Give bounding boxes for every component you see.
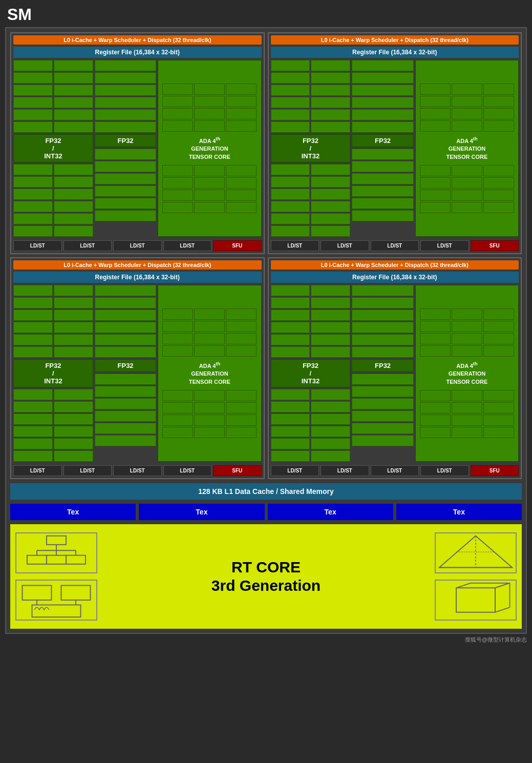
outer-container: L0 i-Cache + Warp Scheduler + Dispatch (… — [5, 27, 527, 634]
register-file-bar-br: Register File (16,384 x 32-bit) — [271, 272, 519, 283]
tensor-col-tr: ADA 4thGENERATIONTENSOR CORE — [415, 60, 519, 237]
fp32-label-br: FP32 — [352, 359, 413, 372]
ldst4-tr: LD/ST — [420, 240, 469, 251]
ldst-sfu-row-tl: LD/ST LD/ST LD/ST LD/ST SFU — [13, 240, 262, 251]
fp32-col-bl: FP32 — [95, 285, 156, 462]
svg-rect-11 — [32, 605, 81, 617]
box-diagram-icon — [435, 580, 517, 621]
tensor-col-br: ADA 4thGENERATIONTENSOR CORE — [415, 285, 519, 462]
fp32-label-bl: FP32 — [95, 359, 156, 372]
svg-line-21 — [495, 583, 510, 588]
l1-cache-bar: 128 KB L1 Data Cache / Shared Memory — [10, 483, 522, 500]
ldst1-tl: LD/ST — [13, 240, 62, 251]
svg-rect-10 — [61, 586, 91, 601]
ldst1-bl: LD/ST — [13, 465, 62, 476]
tree-diagram-icon — [15, 532, 97, 573]
fp32-int32-col-tr: FP32/INT32 — [271, 60, 351, 237]
fp32-int32-label-tr: FP32/INT32 — [271, 134, 351, 162]
rt-diagrams-right — [435, 532, 517, 621]
register-file-bar-bl: Register File (16,384 x 32-bit) — [13, 272, 262, 283]
cores-area-bl: FP32/INT32 — [13, 285, 262, 462]
fp32-int32-label-br: FP32/INT32 — [271, 359, 351, 387]
ldst4-bl: LD/ST — [163, 465, 212, 476]
rt-diagrams-left — [15, 532, 97, 621]
prism-diagram-icon — [435, 532, 517, 573]
tex-box-1: Tex — [10, 504, 136, 520]
fp32-label-tr: FP32 — [352, 134, 413, 147]
svg-rect-7 — [47, 555, 66, 564]
fp32-int32-col-bl: FP32/INT32 — [13, 285, 93, 462]
svg-rect-18 — [456, 588, 495, 612]
sm-title: SM — [7, 5, 32, 24]
rt-core-text: RT CORE3rd Generation — [97, 558, 435, 595]
tex-box-4: Tex — [396, 504, 522, 520]
ldst-sfu-row-tr: LD/ST LD/ST LD/ST LD/ST SFU — [271, 240, 519, 251]
ldst1-tr: LD/ST — [271, 240, 320, 251]
ldst4-tl: LD/ST — [163, 240, 212, 251]
warp-scheduler-bar-tr: L0 i-Cache + Warp Scheduler + Dispatch (… — [271, 35, 519, 45]
sfu-tl: SFU — [213, 240, 262, 251]
ldst2-bl: LD/ST — [63, 465, 112, 476]
tex-box-3: Tex — [268, 504, 393, 520]
ldst3-bl: LD/ST — [113, 465, 162, 476]
ldst-sfu-row-bl: LD/ST LD/ST LD/ST LD/ST SFU — [13, 465, 262, 476]
svg-rect-0 — [47, 536, 66, 545]
rt-core-section: RT CORE3rd Generation — [10, 524, 522, 629]
sub-unit-top-left: L0 i-Cache + Warp Scheduler + Dispatch (… — [10, 32, 265, 254]
cores-area-tl: FP32/INT32 — [13, 60, 262, 237]
fp32-col-br: FP32 — [352, 285, 413, 462]
sfu-br: SFU — [471, 465, 519, 476]
fp32-label-tl: FP32 — [95, 134, 156, 147]
object-diagram-icon — [15, 580, 97, 621]
warp-scheduler-bar-br: L0 i-Cache + Warp Scheduler + Dispatch (… — [271, 260, 519, 270]
tex-row: Tex Tex Tex Tex — [10, 504, 522, 520]
fp32-col-tr: FP32 — [352, 60, 413, 237]
ldst3-tl: LD/ST — [113, 240, 162, 251]
ldst2-tr: LD/ST — [321, 240, 369, 251]
fp32-int32-col-br: FP32/INT32 — [271, 285, 351, 462]
fp32-int32-col-tl: FP32/INT32 — [13, 60, 93, 237]
ldst-sfu-row-br: LD/ST LD/ST LD/ST LD/ST SFU — [271, 465, 519, 476]
cores-area-tr: FP32/INT32 — [271, 60, 519, 237]
watermark: 搜狐号@微型计算机杂志 — [465, 636, 527, 644]
sfu-bl: SFU — [213, 465, 262, 476]
ldst3-tr: LD/ST — [371, 240, 419, 251]
sub-unit-bottom-left: L0 i-Cache + Warp Scheduler + Dispatch (… — [10, 257, 265, 479]
tensor-label-tr: ADA 4thGENERATIONTENSOR CORE — [446, 136, 488, 161]
sfu-tr: SFU — [471, 240, 519, 251]
sub-unit-bottom-right: L0 i-Cache + Warp Scheduler + Dispatch (… — [268, 257, 522, 479]
tensor-label-br: ADA 4thGENERATIONTENSOR CORE — [446, 361, 488, 386]
ldst4-br: LD/ST — [420, 465, 469, 476]
fp32-int32-label-bl: FP32/INT32 — [13, 359, 93, 387]
cores-area-br: FP32/INT32 — [271, 285, 519, 462]
svg-rect-9 — [23, 586, 52, 601]
tensor-col-tl: ADA 4thGENERATIONTENSOR CORE — [158, 60, 261, 237]
ldst3-br: LD/ST — [371, 465, 419, 476]
ldst2-br: LD/ST — [321, 465, 369, 476]
register-file-bar-tl: Register File (16,384 x 32-bit) — [13, 47, 262, 58]
svg-line-22 — [495, 607, 510, 612]
tensor-label-bl: ADA 4thGENERATIONTENSOR CORE — [189, 361, 230, 386]
ldst2-tl: LD/ST — [63, 240, 112, 251]
tex-box-2: Tex — [139, 504, 264, 520]
tensor-col-bl: ADA 4thGENERATIONTENSOR CORE — [158, 285, 261, 462]
warp-scheduler-bar-bl: L0 i-Cache + Warp Scheduler + Dispatch (… — [13, 260, 262, 270]
warp-scheduler-bar-tl: L0 i-Cache + Warp Scheduler + Dispatch (… — [13, 35, 262, 45]
tensor-label-tl: ADA 4thGENERATIONTENSOR CORE — [189, 136, 230, 161]
rt-core-label: RT CORE3rd Generation — [97, 558, 435, 595]
quad-grid: L0 i-Cache + Warp Scheduler + Dispatch (… — [10, 32, 522, 479]
fp32-int32-label-tl: FP32/INT32 — [13, 134, 93, 162]
ldst1-br: LD/ST — [271, 465, 320, 476]
register-file-bar-tr: Register File (16,384 x 32-bit) — [271, 47, 519, 58]
svg-rect-6 — [27, 555, 47, 564]
svg-rect-8 — [66, 555, 86, 564]
fp32-col-tl: FP32 — [95, 60, 156, 237]
svg-line-23 — [456, 583, 471, 588]
sub-unit-top-right: L0 i-Cache + Warp Scheduler + Dispatch (… — [268, 32, 522, 254]
